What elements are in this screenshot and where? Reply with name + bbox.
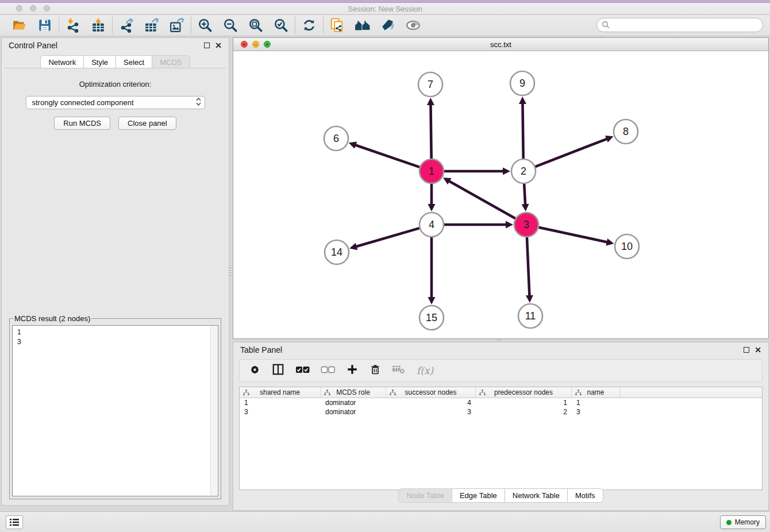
add-column-icon[interactable] bbox=[346, 363, 359, 378]
node-label-8: 8 bbox=[623, 126, 629, 137]
table-panel: Table Panel ✕ f(x) shared nameMCDS rol bbox=[233, 342, 769, 511]
node-label-14: 14 bbox=[331, 246, 342, 258]
table-cell[interactable]: 3 bbox=[386, 407, 476, 417]
mcds-panel: Optimization criterion: strongly connect… bbox=[5, 68, 226, 503]
mcds-result-box[interactable]: 13 bbox=[12, 325, 218, 496]
table-tabs: Node TableEdge TableNetwork TableMotifs bbox=[233, 488, 768, 503]
table-cell[interactable]: 2 bbox=[476, 407, 572, 417]
mcds-result-group: MCDS result (2 nodes) 13 bbox=[9, 314, 221, 499]
edge-2-8[interactable] bbox=[536, 138, 608, 167]
table-cell[interactable]: 3 bbox=[572, 407, 620, 417]
export-table-icon[interactable] bbox=[144, 17, 160, 33]
edge-3-1[interactable] bbox=[449, 181, 515, 219]
open-session-icon[interactable] bbox=[11, 17, 28, 33]
column-header-predecessor-nodes[interactable]: predecessor nodes bbox=[476, 387, 572, 398]
node-table[interactable]: shared nameMCDS rolesuccessor nodesprede… bbox=[239, 387, 763, 490]
float-panel-icon[interactable] bbox=[204, 43, 210, 48]
delete-column-icon[interactable] bbox=[369, 363, 381, 378]
edge-arrowhead bbox=[428, 204, 436, 211]
table-body: 1dominator4113dominator323 bbox=[240, 398, 762, 417]
close-panel-button[interactable]: Close panel bbox=[118, 117, 176, 130]
edge-1-7[interactable] bbox=[430, 104, 431, 159]
zoom-selected-icon[interactable] bbox=[273, 17, 289, 33]
table-cell[interactable]: 1 bbox=[572, 398, 620, 407]
edge-arrowhead bbox=[427, 98, 434, 105]
table-cell[interactable]: 3 bbox=[240, 407, 321, 417]
search-field[interactable] bbox=[610, 20, 763, 30]
column-header-shared-name[interactable]: shared name bbox=[240, 387, 321, 398]
optimization-criterion-select[interactable]: strongly connected component bbox=[26, 96, 205, 109]
table-tab-edge-table[interactable]: Edge Table bbox=[452, 488, 505, 503]
select-stepper-icon bbox=[195, 97, 205, 108]
task-history-button[interactable] bbox=[6, 515, 23, 529]
network-title: scc.txt bbox=[233, 40, 768, 49]
refresh-icon[interactable] bbox=[301, 17, 317, 33]
session-title: Session: New Session bbox=[0, 5, 770, 13]
node-label-6: 6 bbox=[333, 133, 339, 144]
zoom-in-icon[interactable] bbox=[197, 17, 213, 33]
edge-arrowhead bbox=[522, 204, 529, 211]
save-session-icon[interactable] bbox=[37, 17, 53, 33]
edge-arrowhead bbox=[526, 295, 533, 303]
zoom-fit-icon[interactable] bbox=[248, 17, 264, 33]
status-bar: Memory bbox=[0, 511, 770, 532]
duplicate-network-icon[interactable] bbox=[329, 17, 345, 33]
table-cell[interactable]: dominator bbox=[321, 398, 386, 407]
node-label-10: 10 bbox=[621, 241, 633, 252]
search-icon bbox=[602, 21, 610, 29]
node-label-7: 7 bbox=[428, 79, 433, 90]
node-label-15: 15 bbox=[426, 312, 437, 323]
edge-arrowhead bbox=[503, 168, 510, 175]
memory-button[interactable]: Memory bbox=[720, 515, 766, 529]
select-all-icon[interactable] bbox=[295, 365, 310, 376]
table-cell[interactable]: dominator bbox=[321, 407, 386, 417]
table-tab-network-table[interactable]: Network Table bbox=[505, 488, 568, 503]
column-header-MCDS-role[interactable]: MCDS role bbox=[321, 387, 386, 398]
run-mcds-button[interactable]: Run MCDS bbox=[54, 117, 110, 130]
search-input[interactable] bbox=[596, 18, 763, 32]
table-tab-node-table[interactable]: Node Table bbox=[398, 488, 452, 503]
deselect-all-icon[interactable] bbox=[321, 365, 335, 376]
optimization-criterion-value: strongly connected component bbox=[32, 98, 134, 107]
mcds-result-title: MCDS result (2 nodes) bbox=[13, 314, 91, 323]
node-label-2: 2 bbox=[521, 165, 526, 177]
edge-4-14[interactable] bbox=[356, 228, 419, 246]
show-graphics-details-icon[interactable] bbox=[405, 17, 421, 33]
result-scrollbar[interactable] bbox=[210, 326, 217, 495]
table-cell[interactable]: 1 bbox=[240, 398, 321, 407]
column-header-successor-nodes[interactable]: successor nodes bbox=[386, 387, 476, 398]
edge-1-6[interactable] bbox=[355, 145, 419, 167]
app-titlebar: Session: New Session bbox=[0, 0, 770, 15]
edge-3-10[interactable] bbox=[538, 228, 607, 242]
network-canvas[interactable]: 7968124314101511 bbox=[233, 51, 768, 338]
import-table-icon[interactable] bbox=[90, 17, 106, 33]
control-panel: Control Panel ✕ NetworkStyleSelectMCDS O… bbox=[1, 37, 229, 506]
node-label-11: 11 bbox=[525, 310, 536, 322]
export-network-icon[interactable] bbox=[118, 17, 134, 33]
close-panel-icon[interactable]: ✕ bbox=[215, 43, 222, 48]
network-overview-icon[interactable] bbox=[355, 17, 371, 33]
edge-3-11[interactable] bbox=[527, 237, 530, 296]
table-row[interactable]: 3dominator323 bbox=[240, 407, 762, 417]
import-network-icon[interactable] bbox=[65, 17, 81, 33]
table-cell[interactable]: 1 bbox=[476, 398, 572, 407]
float-table-panel-icon[interactable] bbox=[744, 347, 749, 353]
table-row[interactable]: 1dominator411 bbox=[240, 398, 762, 407]
vertical-splitter-grip[interactable] bbox=[229, 268, 232, 276]
network-window-titlebar[interactable]: × − + scc.txt bbox=[233, 38, 768, 51]
edge-arrowhead bbox=[349, 142, 357, 149]
columns-icon[interactable] bbox=[272, 363, 284, 378]
settings-gear-icon[interactable] bbox=[249, 364, 261, 378]
close-table-panel-icon[interactable]: ✕ bbox=[754, 347, 761, 353]
export-image-icon[interactable] bbox=[169, 17, 185, 33]
column-header-name[interactable]: name bbox=[572, 387, 620, 398]
horizontal-splitter-grip[interactable] bbox=[496, 339, 501, 341]
edge-2-3[interactable] bbox=[524, 184, 525, 205]
table-cell[interactable]: 4 bbox=[386, 398, 476, 407]
table-tab-motifs[interactable]: Motifs bbox=[568, 488, 603, 503]
zoom-out-icon[interactable] bbox=[222, 17, 238, 33]
hide-graphics-details-icon[interactable] bbox=[380, 17, 396, 33]
memory-label: Memory bbox=[735, 518, 760, 526]
edge-2-9[interactable] bbox=[522, 103, 523, 159]
edge-arrowhead bbox=[519, 97, 526, 104]
